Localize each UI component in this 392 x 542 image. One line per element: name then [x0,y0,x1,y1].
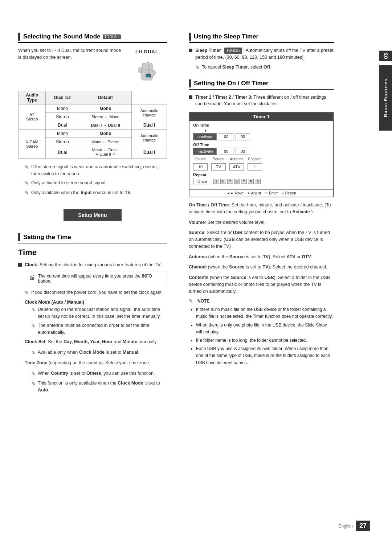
day-wed[interactable]: W [234,179,240,184]
clock-bullet-text: Clock: Setting the clock is for using va… [25,262,162,268]
repeat-header: Repeat [193,173,330,177]
timer-ui-box: Timer 1 On Time ▼ Inactivate 00 00 [189,112,334,197]
vsac-labels-row: Volume Source Antenna Channel [193,157,330,161]
sleep-cancel-note: ✎ To cancel Sleep Timer, select Off. [195,64,334,71]
clock-mode-note-1-text: Depending on the broadcast station and s… [38,306,167,320]
day-fri[interactable]: F [248,179,254,184]
nicam-dual-dual: Mono ↔ Dual I↩ Dual II ✓ [79,146,132,159]
off-inactivate[interactable]: Inactivate [193,148,217,155]
sound-note-3: ✎ Only available when the Input source i… [25,189,167,197]
right-column: Using the Sleep Timer Sleep Timer TOOLS♪… [178,15,356,527]
sleep-cancel-text: To cancel Sleep Timer, select Off. [202,64,271,71]
info-box: 🖨 The current time will appear every tim… [25,271,167,286]
antenna-desc: Antenna (when the Source is set to TV): … [189,254,334,260]
sound-mode-table: AudioType Dual 1/2 Default A2Stereo Mono… [18,91,167,159]
clock-note-text: If you disconnect the power cord, you ha… [31,289,163,296]
chapter-tab: Basic Features [379,65,392,131]
day-tue[interactable]: T [227,179,233,184]
section-bar [18,33,20,41]
tools-badge-sound: TOOLS ♪ [103,34,121,39]
chapter-title: Basic Features [383,79,388,118]
timer-text: Timer 1 / Timer 2 / Timer 3: Three diffe… [195,94,334,108]
timer-bullet: Timer 1 / Timer 2 / Timer 3: Three diffe… [189,94,334,108]
section-bar-time [18,233,20,241]
off-hour[interactable]: 00 [219,148,233,155]
sound-note-3-text: Only available when the Input source is … [31,189,132,196]
table-row: A2Stereo Mono Mono Automaticchange [19,104,167,113]
sound-mode-content: I-II DUAL [18,47,167,164]
nicam-auto-change: Automaticchange [132,130,167,146]
on-minute[interactable]: 00 [236,133,250,140]
on-off-timer-header: Setting the On / Off Timer [189,79,334,90]
bullet-square [18,263,22,267]
page-number: 27 [356,521,370,531]
volume-value[interactable]: 10 [193,163,208,171]
note-label: NOTE [197,299,209,304]
chapter-number: 03 [379,51,392,61]
pencil-icon-2: ✎ [25,180,29,187]
source-desc: Source: Select TV or USB content to be p… [189,229,334,250]
info-icon: 🖨 [29,274,35,281]
auto-change: Automaticchange [132,104,167,121]
sleep-timer-section: Using the Sleep Timer Sleep Timer TOOLS♪… [189,33,334,71]
page-footer: English 27 [339,521,370,531]
clock-bullet-item: Clock: Setting the clock is for using va… [18,262,167,268]
source-label: Source [211,157,226,161]
nicam-mono-dual: Mono [79,130,132,138]
pencil-icon-3: ✎ [25,189,29,197]
on-hour[interactable]: 00 [219,133,233,140]
contents-desc: Contents (when the Source is set to USB)… [189,274,334,295]
day-mon[interactable]: M [220,179,226,184]
pencil-icon-7: ✎ [31,349,36,357]
nicam-dual-type: Dual [46,146,79,159]
antenna-label: Antenna [229,157,244,161]
svg-rect-1 [142,63,145,71]
timer-title: Timer 1 [189,112,333,121]
day-sat[interactable]: S [255,179,261,184]
off-time-header: Off Time [193,143,330,147]
section-bar-sleep [189,33,191,41]
sound-mode-header: Selecting the Sound Mode TOOLS ♪ [18,33,167,43]
table-header-dual: Dual 1/2 [46,91,79,104]
timer-nav-bar: ◄► Move ✦ Adjust ☞ Enter ↩ Return [189,189,333,197]
channel-value[interactable]: 1 [248,163,262,171]
on-inactivate[interactable]: Inactivate [193,133,217,140]
sound-mode-section: Selecting the Sound Mode TOOLS ♪ I-II DU… [18,33,167,197]
nicam-label: NICAMStereo [19,130,46,159]
time-heading: Time [18,248,167,257]
dual-type: Dual [46,121,79,130]
on-off-time-desc: On Time / Off Time: Set the hour, minute… [189,202,334,215]
day-thu[interactable]: T [241,179,247,184]
sound-note-1-text: If the stereo signal is weak and an auto… [31,164,167,177]
clock-mode-note-1: ✎ Depending on the broadcast station and… [31,306,167,320]
time-zone-note-1: ✎ When Country is set to Others, you can… [31,370,167,378]
repeat-row: Once S M T W T F S [193,178,330,185]
sleep-timer-header: Using the Sleep Timer [189,33,334,43]
clock-set-text: Clock Set: Set the Day, Month, Year, Hou… [25,338,167,345]
nicam-stereo-dual: Mono ↔ Stereo [79,138,132,146]
repeat-value[interactable]: Once [193,178,211,185]
dual-dual: Dual I ↔ Dual II [79,121,132,130]
nav-move: ◄► Move [226,191,244,195]
left-column: Selecting the Sound Mode TOOLS ♪ I-II DU… [0,15,178,527]
pencil-icon-note: ✎ [189,298,193,304]
page-container: Basic Features 03 Selecting the Sound Mo… [0,0,392,542]
note-header: ✎ NOTE [189,298,334,304]
time-zone-note-2-text: This function is only available when the… [38,380,167,394]
note-item-3: If a folder name is too long, the folder… [196,337,334,344]
volume-label: Volume [193,157,208,161]
dual-label: I-II DUAL [135,49,159,54]
bullet-square-sleep [189,49,192,52]
pencil-icon-sleep: ✎ [195,64,200,71]
antenna-value[interactable]: ATV [229,163,244,171]
setup-menu-button[interactable]: Setup Menu [64,209,122,221]
mono-type: Mono [46,104,79,113]
sleep-timer-bullet: Sleep Timer TOOLS♪ : Automatically shuts… [189,47,334,61]
timer-grid: On Time ▼ Inactivate 00 00 Off Time Ina [189,121,333,189]
two-col-layout: Selecting the Sound Mode TOOLS ♪ I-II DU… [0,15,392,527]
off-minute[interactable]: 00 [236,148,250,155]
svg-rect-3 [150,63,152,71]
source-value[interactable]: TV [211,163,226,171]
day-sun[interactable]: S [213,179,219,184]
on-off-timer-section: Setting the On / Off Timer Timer 1 / Tim… [189,79,334,366]
